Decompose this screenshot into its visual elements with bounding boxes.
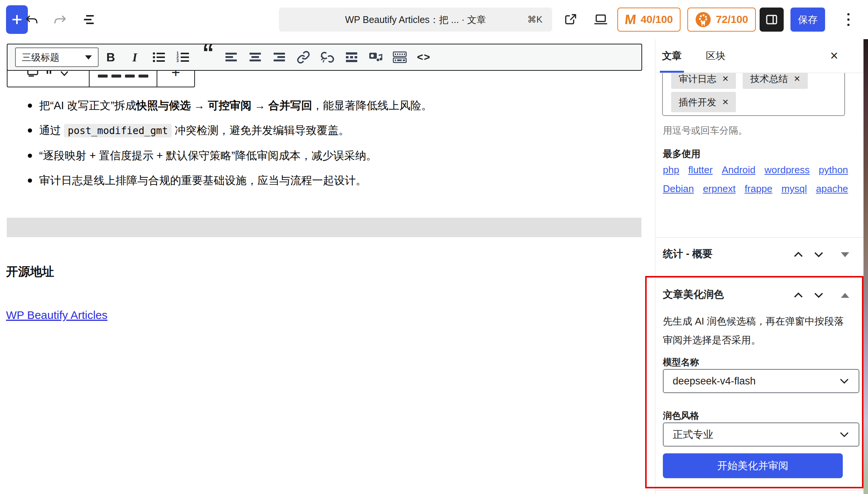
most-used-tag-link[interactable]: wordpress — [764, 160, 810, 179]
most-used-links: php flutter Android wordpress python Deb… — [663, 160, 851, 198]
start-beautify-button[interactable]: 开始美化并审阅 — [663, 453, 843, 478]
move-up-button[interactable] — [790, 247, 807, 262]
move-down-button[interactable] — [810, 247, 827, 262]
most-used-tag-link[interactable]: erpnext — [703, 179, 736, 198]
remove-tag-icon[interactable]: × — [722, 73, 728, 85]
most-used-tag-link[interactable]: apache — [816, 179, 848, 198]
tab-post[interactable]: 文章 — [662, 39, 682, 73]
list-item[interactable]: 审计日志是线上排障与合规的重要基础设施，应当与流程一起设计。 — [39, 174, 604, 188]
move-down-button[interactable] — [810, 288, 827, 303]
seo-score-badge[interactable]: M 40/100 — [617, 8, 681, 32]
most-used-title: 最多使用 — [663, 148, 700, 160]
stats-panel-header[interactable]: 统计 - 概要 — [655, 243, 863, 264]
editor-canvas: 把“AI 改写正文”拆成快照与候选 → 可控审阅 → 合并写回，能显著降低线上风… — [0, 71, 651, 494]
align-left-icon — [225, 52, 238, 63]
most-used-tag-link[interactable]: php — [663, 160, 679, 179]
save-button[interactable]: 保存 — [790, 8, 825, 32]
numbered-list-button[interactable]: 1 2 3 — [171, 44, 195, 70]
list-text: 审计日志是线上排障与合规的重要基础设施，应当与流程一起设计。 — [39, 174, 367, 186]
top-bar: WP Beautify Articles：把 ... · 文章 ⌘K M 40/… — [0, 0, 868, 39]
bulleted-list-icon — [152, 51, 166, 63]
plugin-score-value: 72/100 — [716, 14, 748, 26]
keyboard-button[interactable] — [388, 44, 412, 70]
bullet-marker — [28, 154, 32, 158]
chevron-up-icon — [793, 251, 803, 258]
quote-button[interactable]: “ — [195, 44, 219, 70]
tab-block[interactable]: 区块 — [706, 39, 725, 73]
numbered-list-icon: 1 2 3 — [176, 51, 190, 63]
laptop-icon — [594, 14, 608, 26]
move-up-button[interactable] — [790, 288, 807, 303]
remove-tag-icon[interactable]: × — [722, 96, 728, 108]
code-button[interactable]: <> — [412, 44, 436, 70]
triangle-up-icon — [841, 293, 849, 298]
block-toolbar: 三级标题 B I 1 2 3 “ — [7, 44, 642, 71]
separator-block[interactable] — [7, 218, 641, 237]
seo-plugin-icon: M — [624, 13, 637, 26]
list-text: “逐段映射 + 置信度提示 + 默认保守策略”降低审阅成本，减少误采纳。 — [39, 149, 377, 162]
external-link-icon — [564, 13, 577, 26]
table-rows-button[interactable] — [340, 44, 364, 70]
media-button[interactable] — [364, 44, 388, 70]
collapse-toggle[interactable] — [837, 288, 853, 303]
most-used-tag-link[interactable]: mysql — [781, 179, 807, 198]
bullet-list-block: 把“AI 改写正文”拆成快照与候选 → 可控审阅 → 合并写回，能显著降低线上风… — [39, 99, 604, 198]
select-caret-icon — [85, 55, 92, 59]
beautify-panel-header[interactable]: 文章美化润色 — [655, 284, 863, 305]
italic-button[interactable]: I — [123, 44, 147, 70]
tag-chip-row: 插件开发 × — [671, 92, 736, 112]
content-heading[interactable]: 开源地址 — [6, 264, 54, 280]
list-view-button[interactable] — [78, 9, 99, 30]
list-text: 把“AI 改写正文”拆成 — [39, 99, 136, 111]
undo-button[interactable] — [21, 9, 42, 30]
close-sidebar-button[interactable]: × — [825, 47, 843, 65]
save-label: 保存 — [798, 13, 818, 26]
redo-button[interactable] — [50, 9, 71, 30]
tag-chip: 审计日志 × — [671, 73, 736, 89]
tags-input-box[interactable]: 审计日志 × 技术总结 × 插件开发 × — [662, 73, 845, 116]
clipped-text-mark — [98, 75, 108, 78]
svg-text:3: 3 — [177, 59, 179, 63]
quote-icon: “ — [203, 52, 212, 62]
kebab-icon — [847, 13, 850, 15]
polish-style-select[interactable]: 正式专业 — [663, 422, 859, 447]
heading-level-select[interactable]: 三级标题 — [15, 47, 99, 67]
remove-tag-icon[interactable]: × — [794, 73, 800, 85]
most-used-tag-link[interactable]: Debian — [663, 179, 694, 198]
command-shortcut: ⌘K — [527, 14, 542, 25]
most-used-tag-link[interactable]: python — [819, 160, 848, 179]
content-link[interactable]: WP Beautify Articles — [6, 309, 108, 322]
command-palette[interactable]: WP Beautify Articles：把 ... · 文章 ⌘K — [279, 8, 552, 32]
italic-icon: I — [132, 50, 137, 64]
tags-hint: 用逗号或回车分隔。 — [663, 124, 748, 137]
bulleted-list-button[interactable] — [147, 44, 171, 70]
list-item[interactable]: 通过 post_modified_gmt 冲突检测，避免并发编辑导致覆盖。 — [39, 124, 604, 138]
settings-sidebar-toggle[interactable] — [760, 8, 784, 32]
options-menu-button[interactable] — [838, 9, 859, 30]
plugin-score-badge[interactable]: 72/100 — [687, 8, 756, 32]
model-name-select[interactable]: deepseek-v4-flash — [663, 369, 859, 393]
list-item[interactable]: “逐段映射 + 置信度提示 + 默认保守策略”降低审阅成本，减少误采纳。 — [39, 149, 604, 163]
align-left-button[interactable] — [219, 44, 243, 70]
collapse-toggle[interactable] — [837, 247, 853, 262]
beautify-panel-title: 文章美化润色 — [663, 288, 724, 301]
most-used-tag-link[interactable]: frappe — [745, 179, 772, 198]
link-button[interactable] — [291, 44, 315, 70]
most-used-tag-link[interactable]: Android — [722, 160, 755, 179]
list-item[interactable]: 把“AI 改写正文”拆成快照与候选 → 可控审阅 → 合并写回，能显著降低线上风… — [39, 99, 604, 113]
redo-icon — [53, 14, 67, 25]
view-post-button[interactable] — [560, 9, 581, 30]
inline-code: post_modified_gmt — [64, 124, 172, 137]
unlink-button[interactable] — [315, 44, 340, 70]
chevron-down-icon — [839, 431, 850, 438]
bullet-marker — [28, 128, 32, 133]
editor-window: WP Beautify Articles：把 ... · 文章 ⌘K M 40/… — [0, 0, 868, 494]
seo-score-value: 40/100 — [641, 14, 673, 26]
align-center-button[interactable] — [243, 44, 267, 70]
bold-button[interactable]: B — [99, 44, 123, 70]
gear-plug-icon — [695, 11, 711, 28]
align-right-button[interactable] — [267, 44, 291, 70]
preview-button[interactable] — [590, 9, 611, 30]
tag-label: 插件开发 — [679, 96, 716, 108]
most-used-tag-link[interactable]: flutter — [688, 160, 713, 179]
